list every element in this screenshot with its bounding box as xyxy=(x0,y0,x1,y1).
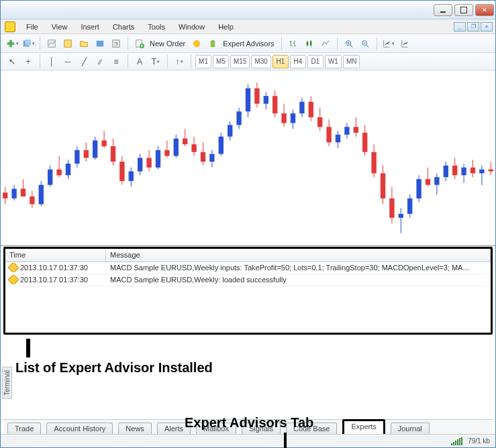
svg-rect-69 xyxy=(228,125,232,136)
titlebar xyxy=(1,1,495,19)
equidistant-channel-tool[interactable]: ⫽ xyxy=(93,54,107,69)
svg-rect-127 xyxy=(489,170,493,172)
svg-rect-19 xyxy=(3,192,7,199)
timeframe-mn[interactable]: MN xyxy=(343,55,360,68)
svg-rect-75 xyxy=(254,89,259,104)
trendline-tool[interactable]: ╱ xyxy=(77,54,91,69)
cursor-tool[interactable]: ↖ xyxy=(5,54,19,69)
svg-rect-123 xyxy=(470,168,475,174)
market-watch-button[interactable] xyxy=(44,36,59,51)
zoom-out-button[interactable] xyxy=(358,36,373,51)
terminal-side-label[interactable]: Terminal xyxy=(2,367,12,399)
status-bar: 79/1 kb xyxy=(1,434,495,447)
navigator-button[interactable] xyxy=(77,36,91,51)
svg-rect-23 xyxy=(21,188,26,197)
svg-rect-121 xyxy=(461,168,466,176)
timeframe-m5[interactable]: M5 xyxy=(213,55,229,68)
menu-tools[interactable]: Tools xyxy=(141,21,172,32)
log-row[interactable]: 2013.10.17 01:37:30MACD Sample EURUSD,We… xyxy=(5,262,491,274)
mdi-minimize-button[interactable]: _ xyxy=(454,22,466,32)
svg-rect-13 xyxy=(211,44,215,46)
svg-rect-41 xyxy=(101,140,106,146)
timeframe-h1[interactable]: H1 xyxy=(272,55,289,68)
svg-rect-93 xyxy=(336,135,340,143)
timeframe-m15[interactable]: M15 xyxy=(230,55,250,68)
svg-rect-107 xyxy=(399,214,403,218)
svg-rect-31 xyxy=(56,170,61,176)
data-window-button[interactable] xyxy=(60,36,75,51)
terminal-rows: 2013.10.17 01:37:30MACD Sample EURUSD,We… xyxy=(5,262,491,286)
horizontal-line-tool[interactable]: ─ xyxy=(60,54,75,69)
profiles-button[interactable] xyxy=(21,36,36,51)
expert-advisors-label[interactable]: Expert Advisors xyxy=(221,40,277,48)
menu-insert[interactable]: Insert xyxy=(74,21,106,32)
col-message[interactable]: Message xyxy=(106,249,491,262)
menu-window[interactable]: Window xyxy=(172,21,211,32)
log-row[interactable]: 2013.10.17 01:37:30MACD Sample EURUSD,We… xyxy=(5,274,491,286)
line-chart-button[interactable] xyxy=(318,36,333,51)
svg-rect-29 xyxy=(48,170,52,185)
svg-rect-71 xyxy=(236,111,241,125)
new-chart-button[interactable] xyxy=(5,36,19,51)
menu-file[interactable]: File xyxy=(19,21,45,32)
svg-rect-109 xyxy=(407,199,412,214)
menu-help[interactable]: Help xyxy=(211,21,240,32)
zoom-in-button[interactable] xyxy=(342,36,356,51)
svg-rect-27 xyxy=(39,185,44,205)
mdi-close-button[interactable]: × xyxy=(481,22,493,32)
timeframe-w1[interactable]: W1 xyxy=(325,55,342,68)
window-maximize-button[interactable] xyxy=(454,4,473,16)
col-time[interactable]: Time xyxy=(5,249,106,262)
timeframe-h4[interactable]: H4 xyxy=(290,55,306,68)
metaquotes-button[interactable] xyxy=(189,36,204,51)
terminal-panel: Time Message 2013.10.17 01:37:30MACD Sam… xyxy=(3,247,493,335)
auto-scroll-button[interactable] xyxy=(381,36,396,51)
fibonacci-tool[interactable]: ≡ xyxy=(109,54,123,69)
timeframe-m30[interactable]: M30 xyxy=(251,55,270,68)
price-chart[interactable] xyxy=(1,70,495,246)
svg-rect-63 xyxy=(201,152,205,162)
log-message: MACD Sample EURUSD,Weekly: loaded succes… xyxy=(106,275,491,284)
new-order-label[interactable]: New Order xyxy=(148,40,188,48)
tab-trade[interactable]: Trade xyxy=(7,423,41,434)
bar-chart-button[interactable] xyxy=(286,36,301,51)
svg-text:?: ? xyxy=(115,40,118,47)
timeframe-m1[interactable]: M1 xyxy=(195,55,211,68)
svg-rect-73 xyxy=(246,89,250,112)
svg-rect-87 xyxy=(309,102,313,117)
svg-rect-39 xyxy=(93,140,97,158)
strategy-tester-button[interactable]: ? xyxy=(109,36,123,51)
text-label-tool[interactable]: T xyxy=(148,54,163,69)
vertical-line-tool[interactable]: │ xyxy=(44,54,59,69)
svg-rect-95 xyxy=(344,127,349,135)
tab-account-history[interactable]: Account History xyxy=(46,423,113,434)
window-minimize-button[interactable] xyxy=(434,4,452,16)
arrows-tool[interactable]: ↑ xyxy=(172,54,187,69)
chart-shift-button[interactable] xyxy=(397,36,412,51)
mdi-restore-button[interactable]: ❐ xyxy=(467,22,479,32)
menu-charts[interactable]: Charts xyxy=(106,21,141,32)
connection-strength-icon xyxy=(451,437,462,445)
candlestick-button[interactable] xyxy=(302,36,317,51)
svg-rect-117 xyxy=(444,166,448,177)
svg-rect-65 xyxy=(209,154,214,162)
svg-rect-89 xyxy=(317,117,322,127)
tab-journal[interactable]: Journal xyxy=(391,423,430,434)
timeframe-d1[interactable]: D1 xyxy=(307,55,324,68)
svg-rect-35 xyxy=(75,150,79,164)
svg-rect-77 xyxy=(264,96,268,104)
log-time: 2013.10.17 01:37:30 xyxy=(20,276,88,284)
window-close-button[interactable] xyxy=(475,4,494,16)
terminal-button[interactable] xyxy=(93,36,107,51)
text-tool[interactable]: A xyxy=(132,54,147,69)
crosshair-tool[interactable]: + xyxy=(21,54,36,69)
svg-rect-83 xyxy=(291,113,295,123)
svg-rect-47 xyxy=(129,172,134,181)
svg-rect-55 xyxy=(164,150,169,156)
menu-view[interactable]: View xyxy=(45,21,75,32)
tab-news[interactable]: News xyxy=(118,423,152,434)
expert-advisors-icon[interactable] xyxy=(205,36,220,51)
new-order-icon[interactable] xyxy=(132,36,147,51)
svg-rect-57 xyxy=(174,139,179,156)
svg-point-11 xyxy=(193,40,201,47)
